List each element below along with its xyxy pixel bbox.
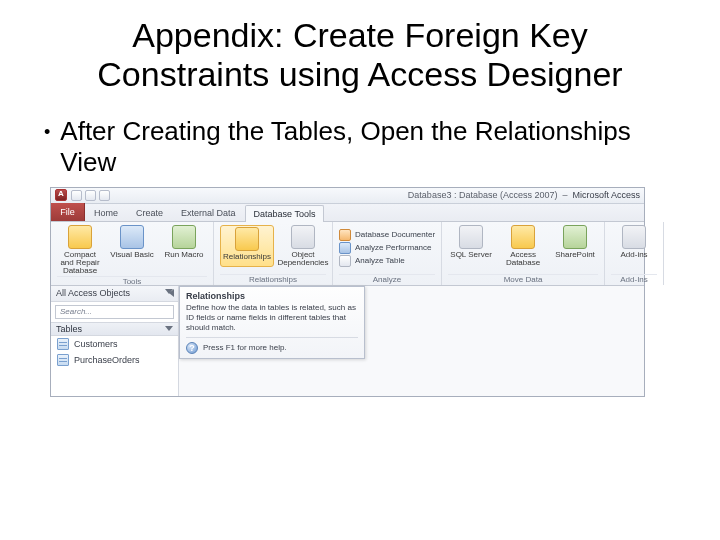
bullet-text: After Creating the Tables, Open the Rela… (60, 116, 680, 178)
nav-category-label: Tables (56, 324, 82, 334)
slide-bullet: • After Creating the Tables, Open the Re… (40, 116, 680, 178)
tab-home[interactable]: Home (85, 204, 127, 221)
relationships-icon (235, 227, 259, 251)
access-logo-icon (55, 189, 67, 201)
group-move-data: SQL Server Access Database SharePoint Mo… (442, 222, 605, 285)
group-label-analyze: Analyze (339, 274, 435, 285)
group-label-move-data: Move Data (448, 274, 598, 285)
sql-server-button[interactable]: SQL Server (448, 225, 494, 268)
table-icon (57, 354, 69, 366)
doc-title: Database3 : Database (Access 2007) (408, 190, 558, 200)
compact-repair-button[interactable]: Compact and Repair Database (57, 225, 103, 276)
object-dependencies-icon (291, 225, 315, 249)
sharepoint-icon (563, 225, 587, 249)
relationships-button[interactable]: Relationships (220, 225, 274, 268)
group-label-relationships: Relationships (220, 274, 326, 285)
nav-header[interactable]: All Access Objects (51, 286, 178, 302)
compact-repair-icon (68, 225, 92, 249)
visual-basic-icon (120, 225, 144, 249)
product-name: Microsoft Access (572, 190, 640, 200)
group-analyze: Database Documenter Analyze Performance … (333, 222, 442, 285)
bullet-dot: • (44, 116, 50, 148)
group-relationships: Relationships Object Dependencies Relati… (214, 222, 333, 285)
chevron-down-icon (165, 326, 173, 331)
tooltip-title: Relationships (186, 291, 358, 301)
object-dependencies-button[interactable]: Object Dependencies (280, 225, 326, 268)
db-documenter-button[interactable]: Database Documenter (339, 229, 435, 241)
analyze-table-icon (339, 255, 351, 267)
window-title: Database3 : Database (Access 2007) – Mic… (408, 190, 640, 200)
tooltip-body: Define how the data in tables is related… (186, 303, 358, 333)
nav-item-label: Customers (74, 339, 118, 349)
tab-database-tools[interactable]: Database Tools (245, 205, 325, 222)
nav-search-input[interactable]: Search... (55, 305, 174, 319)
group-addins: Add-ins Add-Ins (605, 222, 664, 285)
analyze-performance-icon (339, 242, 351, 254)
table-icon (57, 338, 69, 350)
content-area: All Access Objects Search... Tables Cust… (51, 286, 644, 396)
main-document-area: Relationships Define how the data in tab… (179, 286, 644, 396)
access-database-icon (511, 225, 535, 249)
tooltip-help-text: Press F1 for more help. (203, 343, 287, 352)
db-documenter-icon (339, 229, 351, 241)
group-tools: Compact and Repair Database Visual Basic… (51, 222, 214, 285)
nav-item-customers[interactable]: Customers (51, 336, 178, 352)
ribbon-tab-strip: File Home Create External Data Database … (51, 204, 644, 222)
addins-button[interactable]: Add-ins (611, 225, 657, 259)
group-label-addins: Add-Ins (611, 274, 657, 285)
tab-create[interactable]: Create (127, 204, 172, 221)
nav-category-tables[interactable]: Tables (51, 322, 178, 336)
help-icon: ? (186, 342, 198, 354)
navigation-pane: All Access Objects Search... Tables Cust… (51, 286, 179, 396)
nav-item-purchaseorders[interactable]: PurchaseOrders (51, 352, 178, 368)
nav-search-placeholder: Search... (60, 307, 92, 316)
qat-save-icon[interactable] (71, 190, 82, 201)
slide-title: Appendix: Create Foreign Key Constraints… (40, 16, 680, 94)
sharepoint-button[interactable]: SharePoint (552, 225, 598, 268)
nav-item-label: PurchaseOrders (74, 355, 140, 365)
quick-access-toolbar (71, 190, 110, 201)
run-macro-icon (172, 225, 196, 249)
tooltip-divider (186, 337, 358, 338)
qat-undo-icon[interactable] (85, 190, 96, 201)
access-database-button[interactable]: Access Database (500, 225, 546, 268)
qat-redo-icon[interactable] (99, 190, 110, 201)
analyze-performance-button[interactable]: Analyze Performance (339, 242, 435, 254)
tab-external-data[interactable]: External Data (172, 204, 245, 221)
visual-basic-button[interactable]: Visual Basic (109, 225, 155, 276)
tooltip-help-row: ? Press F1 for more help. (186, 342, 358, 354)
collapse-icon[interactable] (163, 288, 173, 298)
nav-header-title: All Access Objects (56, 288, 130, 298)
ribbon: Compact and Repair Database Visual Basic… (51, 222, 644, 286)
analyze-table-button[interactable]: Analyze Table (339, 255, 435, 267)
title-bar: Database3 : Database (Access 2007) – Mic… (51, 188, 644, 204)
tab-file[interactable]: File (51, 203, 85, 221)
addins-icon (622, 225, 646, 249)
access-window: Database3 : Database (Access 2007) – Mic… (50, 187, 645, 397)
relationships-tooltip: Relationships Define how the data in tab… (179, 286, 365, 359)
run-macro-button[interactable]: Run Macro (161, 225, 207, 276)
sql-server-icon (459, 225, 483, 249)
